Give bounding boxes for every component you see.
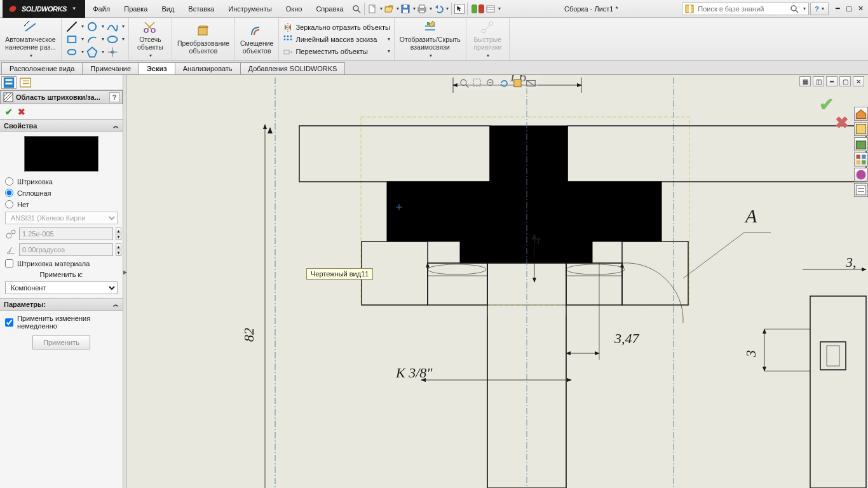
linear-pattern-button[interactable]: Линейный массив эскиза▾ bbox=[283, 34, 390, 44]
tab-evaluate[interactable]: Анализировать bbox=[175, 62, 241, 74]
new-icon[interactable] bbox=[367, 4, 377, 14]
smart-dimension-button[interactable]: Автоматическое нанесение раз... ▾ bbox=[0, 18, 62, 60]
menu-insert[interactable]: Вставка bbox=[182, 3, 220, 15]
collapse-icon[interactable]: ︽ bbox=[113, 301, 119, 309]
menu-help[interactable]: Справка bbox=[309, 3, 349, 15]
chevron-down-icon[interactable]: ▾ bbox=[380, 6, 383, 11]
chevron-down-icon[interactable]: ▾ bbox=[446, 6, 449, 11]
menu-edit[interactable]: Правка bbox=[118, 3, 154, 15]
palette-icon[interactable] bbox=[854, 152, 868, 166]
trim-button[interactable]: Отсечь объекты ▾ bbox=[129, 18, 172, 60]
drawing-canvas[interactable]: ▦ ◫ ━ ▢ ✕ ✔ ✖ Чертежный вид11 bbox=[127, 75, 868, 488]
move-button[interactable]: Переместить объекты▾ bbox=[283, 46, 390, 57]
print-icon[interactable] bbox=[417, 4, 427, 14]
help-button[interactable]: ?▾ bbox=[810, 3, 829, 15]
chevron-down-icon[interactable]: ▾ bbox=[498, 6, 501, 11]
menu-window[interactable]: Окно bbox=[280, 3, 309, 15]
section-icon[interactable] bbox=[512, 78, 524, 89]
radio-none[interactable]: Нет bbox=[5, 200, 118, 208]
zoom-area-icon[interactable] bbox=[472, 78, 484, 89]
custom-icon[interactable] bbox=[854, 183, 868, 197]
zoom-prev-icon[interactable] bbox=[485, 78, 497, 89]
offset-button[interactable]: Смещение объектов bbox=[235, 18, 280, 60]
fm-tab-icon[interactable] bbox=[18, 76, 33, 89]
tab-sketch[interactable]: Эскиз bbox=[139, 62, 175, 74]
up-icon[interactable]: ▲ bbox=[116, 244, 121, 250]
tab-addins[interactable]: Добавления SOLIDWORKS bbox=[240, 62, 346, 74]
slot-tool[interactable] bbox=[65, 46, 78, 58]
apply-immediate-checkbox[interactable]: Применить изменения немедленно bbox=[5, 315, 118, 330]
ok-button[interactable]: ✔ bbox=[5, 107, 13, 117]
open-icon[interactable] bbox=[384, 4, 394, 14]
params-header[interactable]: Параметры: ︽ bbox=[0, 298, 123, 311]
down-icon[interactable]: ▼ bbox=[116, 250, 121, 256]
minimize-icon[interactable]: ━ bbox=[832, 4, 843, 14]
chevron-down-icon[interactable]: ▼ bbox=[72, 6, 76, 11]
chevron-down-icon[interactable]: ▾ bbox=[803, 6, 806, 11]
cancel-button[interactable]: ✖ bbox=[18, 107, 25, 117]
home-icon[interactable] bbox=[854, 107, 868, 121]
circle-tool[interactable] bbox=[86, 21, 98, 32]
undo-icon[interactable] bbox=[433, 4, 444, 14]
display-style-icon[interactable] bbox=[526, 78, 537, 89]
collapse-icon[interactable]: ︽ bbox=[113, 122, 119, 130]
line-tool[interactable] bbox=[65, 21, 78, 32]
chevron-down-icon[interactable]: ▾ bbox=[430, 53, 432, 58]
search-icon[interactable] bbox=[789, 4, 799, 14]
material-hatch-checkbox[interactable]: Штриховка материала bbox=[5, 259, 118, 268]
mirror-button[interactable]: Зеркально отразить объекты bbox=[283, 22, 390, 32]
chevron-down-icon[interactable]: ▾ bbox=[397, 6, 399, 11]
down-icon[interactable]: ▼ bbox=[116, 234, 121, 240]
ctrl-close[interactable]: ✕ bbox=[853, 76, 864, 86]
tab-layout[interactable]: Расположение вида bbox=[1, 62, 83, 74]
polygon-tool[interactable] bbox=[86, 46, 98, 58]
scale-input[interactable] bbox=[19, 227, 113, 240]
chevron-down-icon[interactable]: ▾ bbox=[430, 6, 432, 11]
menu-view[interactable]: Вид bbox=[155, 3, 180, 15]
save-icon[interactable] bbox=[400, 4, 410, 14]
traffic-red-icon[interactable] bbox=[478, 4, 484, 13]
appearance-icon[interactable] bbox=[854, 168, 868, 182]
spline-tool[interactable] bbox=[106, 21, 119, 32]
confirm-corner-cancel[interactable]: ✖ bbox=[835, 113, 849, 133]
radio-solid[interactable]: Сплошная bbox=[5, 189, 118, 197]
traffic-green-icon[interactable] bbox=[471, 4, 477, 13]
radio-hatch[interactable]: Штриховка bbox=[5, 177, 118, 186]
search-input[interactable] bbox=[698, 5, 787, 13]
scale-stepper[interactable]: ▲▼ bbox=[116, 227, 121, 240]
ctrl-min[interactable]: ━ bbox=[826, 76, 837, 86]
select-arrow-icon[interactable] bbox=[454, 4, 465, 14]
chevron-down-icon[interactable]: ▾ bbox=[413, 6, 416, 11]
angle-input[interactable] bbox=[19, 243, 113, 256]
up-icon[interactable]: ▲ bbox=[116, 228, 121, 234]
options-icon[interactable] bbox=[485, 4, 496, 14]
zoom-fit-icon[interactable] bbox=[459, 78, 470, 89]
maximize-icon[interactable]: ▢ bbox=[844, 4, 854, 14]
ctrl-2[interactable]: ◫ bbox=[813, 76, 824, 86]
chevron-down-icon[interactable]: ▾ bbox=[149, 53, 152, 58]
help-icon[interactable]: ? bbox=[109, 92, 119, 102]
ctrl-max[interactable]: ▢ bbox=[839, 76, 851, 86]
apply-to-select[interactable]: Компонент bbox=[5, 281, 118, 294]
properties-header[interactable]: Свойства ︽ bbox=[0, 119, 123, 132]
search-box[interactable]: ▾ bbox=[682, 3, 809, 15]
convert-button[interactable]: Преобразование объектов bbox=[172, 18, 235, 60]
pattern-select[interactable]: ANSI31 (Железо Кирпи bbox=[5, 212, 118, 224]
close-icon[interactable]: ✕ bbox=[855, 4, 865, 14]
tab-annotation[interactable]: Примечание bbox=[82, 62, 139, 74]
resources-icon[interactable] bbox=[854, 122, 868, 136]
confirm-corner-ok[interactable]: ✔ bbox=[819, 94, 834, 115]
chevron-down-icon[interactable]: ▾ bbox=[30, 53, 32, 58]
menu-file[interactable]: Файл bbox=[86, 3, 116, 15]
show-relations-button[interactable]: Отобразить/Скрыть взаимосвязи ▾ bbox=[395, 18, 466, 60]
search-icon[interactable] bbox=[351, 4, 362, 14]
apply-button[interactable]: Применить bbox=[32, 336, 90, 349]
rotate-icon[interactable] bbox=[499, 78, 510, 89]
ellipse-tool[interactable] bbox=[106, 34, 119, 45]
rectangle-tool[interactable] bbox=[65, 34, 78, 45]
ctrl-1[interactable]: ▦ bbox=[799, 76, 811, 86]
pm-tab-icon[interactable] bbox=[1, 76, 17, 89]
library-icon[interactable] bbox=[854, 137, 868, 151]
arc-tool[interactable] bbox=[86, 34, 98, 45]
menu-tools[interactable]: Инструменты bbox=[222, 3, 278, 15]
